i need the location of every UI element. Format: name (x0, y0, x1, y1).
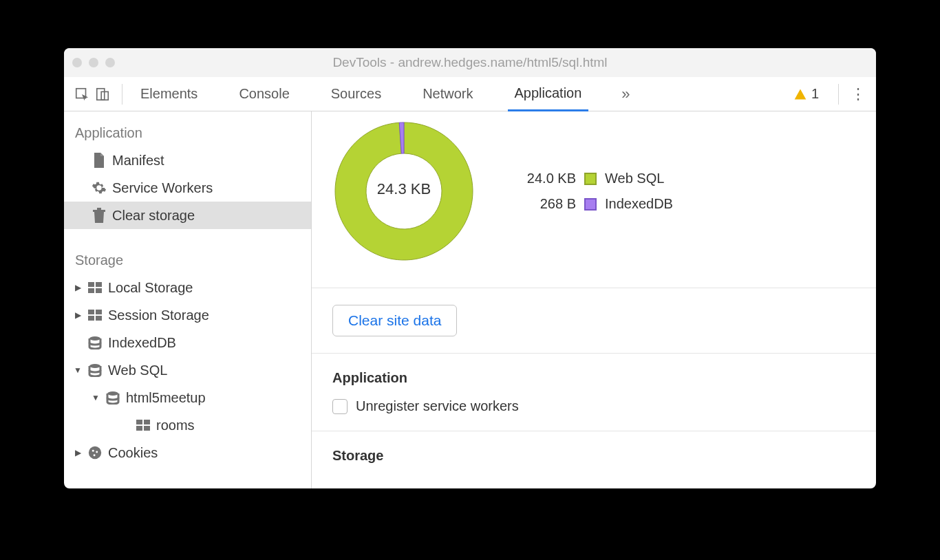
more-options-icon[interactable]: ⋮ (850, 86, 866, 103)
file-icon (92, 153, 107, 168)
legend-swatch (584, 198, 597, 211)
svg-rect-16 (136, 426, 142, 431)
tab-application[interactable]: Application (508, 77, 589, 111)
zoom-window-dot[interactable] (105, 58, 115, 67)
grid-icon (136, 418, 151, 433)
tab-console[interactable]: Console (232, 77, 296, 111)
grid-icon (87, 280, 103, 295)
titlebar: DevTools - andrew.hedges.name/html5/sql.… (64, 48, 876, 77)
window-title: DevTools - andrew.hedges.name/html5/sql.… (64, 55, 876, 70)
database-icon (87, 335, 103, 350)
close-window-dot[interactable] (72, 58, 82, 67)
sidebar-item-label: rooms (156, 418, 195, 433)
sidebar-section-application: Application (64, 120, 311, 147)
trash-icon (92, 208, 107, 223)
sidebar-item-cookies[interactable]: ▶ Cookies (64, 439, 311, 466)
storage-legend: 24.0 KB Web SQL 268 B IndexedDB (521, 171, 673, 212)
database-icon (105, 390, 120, 405)
toggle-device-toolbar-icon[interactable] (94, 86, 111, 103)
svg-rect-8 (96, 310, 102, 314)
inspect-element-icon[interactable] (74, 86, 90, 103)
tab-network[interactable]: Network (416, 77, 480, 111)
svg-point-11 (89, 336, 100, 341)
svg-point-13 (107, 391, 118, 396)
cookie-icon (87, 445, 103, 460)
svg-rect-4 (96, 282, 102, 287)
sidebar-item-clear-storage[interactable]: ▶ Clear storage (64, 202, 311, 229)
tabbar-divider (122, 84, 122, 105)
checkbox-label: Unregister service workers (356, 398, 519, 414)
tabs-overflow-icon[interactable]: » (616, 85, 635, 103)
expand-arrow-icon: ▶ (74, 448, 82, 457)
clear-storage-panel: 24.3 KB 24.0 KB Web SQL 268 B IndexedDB (312, 111, 876, 488)
storage-total-label: 24.3 KB (328, 116, 480, 267)
warning-count: 1 (811, 86, 819, 102)
svg-rect-10 (96, 316, 102, 321)
collapse-arrow-icon: ▼ (92, 393, 100, 402)
warnings-indicator[interactable]: 1 (793, 86, 819, 102)
clear-site-data-button[interactable]: Clear site data (332, 305, 457, 336)
collapse-arrow-icon: ▼ (74, 365, 82, 375)
svg-rect-15 (144, 420, 150, 424)
sidebar-item-indexeddb[interactable]: ▶ IndexedDB (64, 329, 311, 356)
sidebar-item-label: html5meetup (126, 390, 206, 406)
legend-row: 24.0 KB Web SQL (521, 171, 673, 186)
tab-sources[interactable]: Sources (324, 77, 388, 111)
sidebar-item-local-storage[interactable]: ▶ Local Storage (64, 274, 311, 301)
sidebar-item-label: Service Workers (112, 180, 213, 196)
devtools-tabbar: Elements Console Sources Network Applica… (64, 77, 876, 111)
sidebar-item-web-sql[interactable]: ▼ Web SQL (64, 356, 311, 384)
legend-swatch (584, 173, 597, 185)
sidebar-item-label: Web SQL (108, 363, 167, 378)
svg-rect-3 (88, 282, 94, 287)
checkbox-icon (332, 399, 348, 414)
svg-rect-14 (136, 420, 142, 424)
svg-point-12 (89, 364, 100, 368)
sidebar-item-session-storage[interactable]: ▶ Session Storage (64, 301, 311, 329)
grid-icon (87, 308, 103, 323)
svg-point-19 (92, 450, 94, 452)
sidebar-item-web-sql-table[interactable]: ▶ rooms (64, 411, 311, 439)
svg-point-18 (89, 446, 101, 459)
svg-rect-5 (88, 288, 94, 293)
section-heading: Application (332, 370, 855, 386)
expand-arrow-icon: ▶ (74, 283, 82, 292)
sidebar-item-label: Session Storage (108, 308, 209, 323)
svg-rect-1 (97, 88, 105, 100)
svg-point-21 (94, 454, 96, 456)
devtools-window: DevTools - andrew.hedges.name/html5/sql.… (64, 48, 876, 488)
svg-rect-9 (88, 316, 94, 321)
sidebar-item-label: Clear storage (112, 208, 195, 224)
legend-value: 268 B (521, 196, 576, 212)
gear-icon (92, 180, 107, 195)
application-sidebar: Application ▶ Manifest ▶ Service Workers… (64, 111, 312, 488)
tabbar-divider-right (838, 84, 839, 105)
svg-rect-17 (144, 426, 150, 431)
svg-rect-7 (88, 310, 94, 314)
expand-arrow-icon: ▶ (74, 310, 82, 320)
window-controls[interactable] (72, 58, 115, 67)
warning-icon (793, 87, 807, 101)
sidebar-item-label: Manifest (112, 153, 164, 169)
storage-donut-chart: 24.3 KB (328, 116, 480, 267)
storage-options-section: Storage (312, 431, 876, 488)
legend-row: 268 B IndexedDB (521, 196, 673, 212)
tab-elements[interactable]: Elements (133, 77, 204, 111)
sidebar-item-manifest[interactable]: ▶ Manifest (64, 147, 311, 174)
sidebar-item-label: Local Storage (108, 280, 193, 296)
storage-usage-chart-area: 24.3 KB 24.0 KB Web SQL 268 B IndexedDB (312, 111, 876, 288)
sidebar-item-service-workers[interactable]: ▶ Service Workers (64, 174, 311, 202)
svg-point-20 (96, 451, 98, 453)
unregister-service-workers-checkbox[interactable]: Unregister service workers (332, 398, 855, 414)
svg-rect-6 (96, 288, 102, 293)
section-heading: Storage (332, 448, 855, 464)
sidebar-item-label: Cookies (108, 445, 158, 461)
minimize-window-dot[interactable] (89, 58, 98, 67)
sidebar-item-web-sql-db[interactable]: ▼ html5meetup (64, 384, 311, 411)
clear-site-data-section: Clear site data (312, 288, 876, 354)
legend-label: Web SQL (605, 171, 664, 186)
legend-value: 24.0 KB (521, 171, 576, 186)
database-icon (87, 363, 103, 378)
sidebar-section-storage: Storage (64, 247, 311, 274)
sidebar-item-label: IndexedDB (108, 335, 176, 351)
